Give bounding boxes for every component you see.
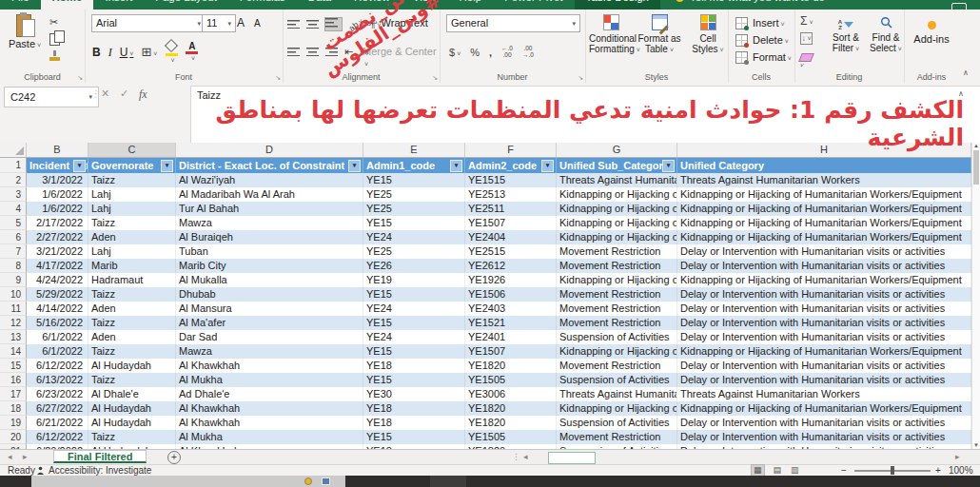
cell-unified-category[interactable]: Kidnapping or Hijacking of Humanitarian … bbox=[677, 216, 971, 230]
cell-admin2-code[interactable]: YE1507 bbox=[465, 344, 557, 359]
cell-district[interactable]: Mawza bbox=[176, 216, 363, 230]
tab-formulas[interactable]: Formulas bbox=[228, 0, 297, 10]
scroll-down-icon[interactable]: ▼ bbox=[972, 442, 980, 448]
font-dialog-launcher[interactable]: ↘ bbox=[275, 74, 281, 82]
cell-admin2-code[interactable]: YE1507 bbox=[465, 216, 557, 230]
cell-unified-sub-category[interactable]: Movement Restriction bbox=[557, 259, 677, 273]
collapse-ribbon-icon[interactable]: ∧ bbox=[963, 68, 969, 77]
tab-file[interactable]: File bbox=[0, 0, 41, 10]
zoom-level[interactable]: 100% bbox=[949, 465, 973, 476]
taskbar-window-segment[interactable] bbox=[31, 476, 345, 487]
cell-governorate[interactable]: Taizz bbox=[88, 373, 176, 387]
cell-incident-date[interactable]: 5/16/2022 bbox=[27, 316, 88, 330]
tab-view[interactable]: View bbox=[402, 0, 448, 10]
scroll-up-icon[interactable]: ▲ bbox=[972, 143, 980, 148]
cell-unified-category[interactable]: Delay or Intervention with Humanitarian … bbox=[677, 373, 971, 387]
insert-cells-button[interactable]: Insert bbox=[735, 16, 785, 29]
cell-unified-category[interactable]: Kidnapping or Hijacking of Humanitarian … bbox=[677, 344, 971, 359]
cell-admin2-code[interactable]: YE2612 bbox=[465, 259, 557, 273]
cell-unified-category[interactable]: Kidnapping or Hijacking of Humanitarian … bbox=[677, 230, 971, 244]
cell-governorate[interactable]: Taizz bbox=[88, 344, 176, 359]
cell-admin2-code[interactable]: YE1505 bbox=[465, 430, 557, 444]
row-number[interactable]: 2 bbox=[0, 173, 27, 187]
new-sheet-icon[interactable]: + bbox=[167, 451, 181, 464]
column-header-B[interactable]: B bbox=[27, 143, 88, 157]
cell-unified-category[interactable]: Threats Against Humanitarian Workers bbox=[677, 173, 971, 187]
cell-unified-category[interactable]: Threats Against Humanitarian Workers bbox=[677, 387, 971, 401]
percent-style-icon[interactable]: % bbox=[470, 47, 480, 58]
cell-admin2-code[interactable]: YE1926 bbox=[465, 273, 557, 287]
cell-admin2-code[interactable]: YE1521 bbox=[465, 316, 557, 330]
vertical-scrollbar[interactable]: ▲ ▼ bbox=[971, 143, 980, 449]
cell-governorate[interactable]: Al Hudaydah bbox=[88, 401, 176, 416]
cell-governorate[interactable]: Hadramaut bbox=[88, 273, 176, 287]
row-number[interactable]: 5 bbox=[0, 216, 27, 230]
row-number[interactable]: 13 bbox=[0, 330, 27, 344]
zoom-slider-handle[interactable] bbox=[891, 466, 894, 475]
cell-admin1-code[interactable]: YE26 bbox=[363, 259, 465, 273]
font-size-combo[interactable]: 11▾ bbox=[202, 14, 236, 32]
align-middle-icon[interactable] bbox=[306, 20, 319, 29]
tab-page-layout[interactable]: Page Layout bbox=[144, 0, 228, 10]
cell-admin1-code[interactable]: YE15 bbox=[363, 216, 465, 230]
cell-incident-date[interactable]: 6/23/2022 bbox=[27, 387, 88, 401]
column-header-C[interactable]: C bbox=[88, 143, 176, 157]
cell-unified-sub-category[interactable]: Kidnapping or Hijacking of Humanitarian … bbox=[557, 216, 677, 230]
cell-unified-category[interactable]: Delay or Intervention with Humanitarian … bbox=[677, 302, 971, 316]
cell-unified-sub-category[interactable]: Suspension of Activities bbox=[557, 330, 677, 344]
horizontal-scroll-thumb[interactable] bbox=[548, 452, 596, 464]
cell-admin2-code[interactable]: YE2403 bbox=[465, 302, 557, 316]
cell-unified-sub-category[interactable]: Suspension of Activities bbox=[557, 373, 677, 387]
column-header-G[interactable]: G bbox=[557, 143, 677, 157]
paste-button[interactable]: Paste bbox=[8, 13, 42, 49]
cell-unified-category[interactable]: Delay or Intervention with Humanitarian … bbox=[677, 244, 971, 259]
copy-icon[interactable] bbox=[49, 33, 60, 46]
cell-incident-date[interactable]: 1/6/2022 bbox=[27, 187, 88, 202]
cell-admin1-code[interactable]: YE15 bbox=[363, 344, 465, 359]
row-number[interactable]: 19 bbox=[0, 416, 27, 430]
cell-governorate[interactable]: Taizz bbox=[88, 430, 176, 444]
cell-governorate[interactable]: Lahj bbox=[88, 244, 176, 259]
align-top-icon[interactable] bbox=[287, 20, 300, 29]
cell-district[interactable]: Al Mukalla bbox=[176, 273, 363, 287]
row-number[interactable]: 20 bbox=[0, 430, 27, 444]
tab-power-pivot[interactable]: Power Pivot bbox=[493, 0, 574, 10]
conditional-formatting-button[interactable]: Conditional Formatting bbox=[589, 14, 633, 55]
cell-district[interactable]: Dar Sad bbox=[176, 330, 363, 344]
cell-governorate[interactable]: Lahj bbox=[88, 202, 176, 216]
alignment-dialog-launcher[interactable]: ↘ bbox=[432, 74, 438, 82]
enter-icon[interactable]: ✓ bbox=[120, 88, 128, 100]
tab-table-design[interactable]: Table Design bbox=[575, 0, 660, 10]
sort-filter-button[interactable]: AZ Sort & Filter bbox=[825, 15, 867, 54]
header-unified-category[interactable]: Unified Category bbox=[677, 158, 971, 173]
zoom-in-icon[interactable]: + bbox=[935, 465, 941, 476]
format-painter-icon[interactable] bbox=[49, 50, 61, 62]
cell-district[interactable]: Marib City bbox=[176, 259, 363, 273]
filter-icon[interactable] bbox=[161, 160, 173, 172]
fill-icon[interactable]: ↓ bbox=[800, 32, 813, 45]
align-bottom-icon[interactable] bbox=[325, 18, 342, 30]
cell-admin2-code[interactable]: YE2515 bbox=[465, 244, 557, 259]
cell-incident-date[interactable]: 6/12/2022 bbox=[27, 359, 88, 373]
cell-unified-sub-category[interactable]: Kidnapping or Hijacking of Humanitarian … bbox=[557, 187, 677, 202]
number-format-combo[interactable]: General▾ bbox=[446, 14, 580, 32]
cell-unified-sub-category[interactable]: Suspension of Activities bbox=[557, 416, 677, 430]
filter-icon[interactable] bbox=[541, 160, 554, 172]
cell-admin1-code[interactable]: YE18 bbox=[363, 416, 465, 430]
fill-color-icon[interactable] bbox=[165, 41, 178, 65]
cell-unified-category[interactable]: Kidnapping or Hijacking of Humanitarian … bbox=[677, 187, 971, 202]
underline-icon[interactable]: U bbox=[120, 46, 134, 59]
cell-unified-sub-category[interactable]: Kidnapping or Hijacking of Humanitarian … bbox=[557, 230, 677, 244]
scroll-left-icon[interactable]: ◂ bbox=[523, 452, 528, 461]
cell-admin2-code[interactable]: YE3006 bbox=[465, 387, 557, 401]
cell-governorate[interactable]: Taizz bbox=[88, 316, 176, 330]
cell-unified-category[interactable]: Delay or Intervention with Humanitarian … bbox=[677, 316, 971, 330]
cell-admin2-code[interactable]: YE1820 bbox=[465, 416, 557, 430]
cell-unified-sub-category[interactable]: Movement Restriction bbox=[557, 287, 677, 302]
row-number[interactable]: 14 bbox=[0, 344, 27, 359]
row-number[interactable]: 10 bbox=[0, 287, 27, 302]
cell-admin1-code[interactable]: YE15 bbox=[363, 316, 465, 330]
column-header-E[interactable]: E bbox=[363, 143, 465, 157]
cell-governorate[interactable]: Marib bbox=[88, 259, 176, 273]
delete-cells-button[interactable]: Delete bbox=[735, 33, 789, 47]
